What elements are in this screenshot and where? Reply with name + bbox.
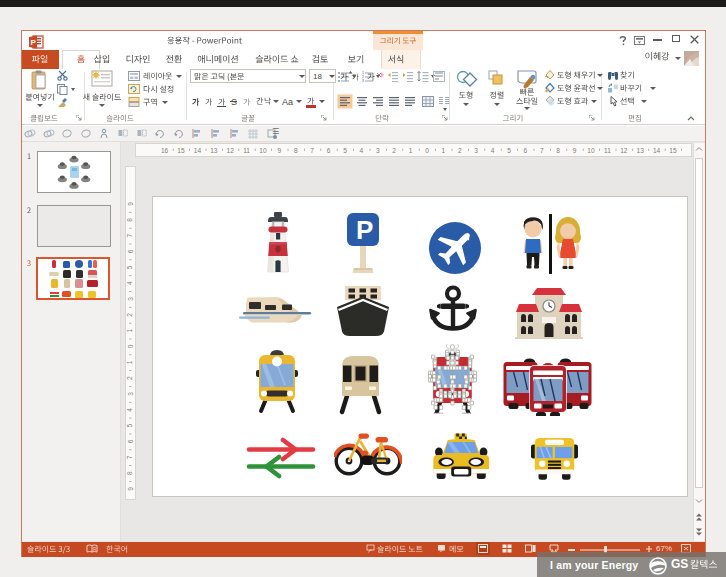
svg-text:P: P bbox=[356, 215, 373, 245]
svg-text:13: 13 bbox=[637, 147, 645, 154]
svg-text:4: 4 bbox=[127, 281, 134, 285]
svg-text:15: 15 bbox=[669, 147, 677, 154]
svg-text:16: 16 bbox=[161, 147, 169, 154]
svg-text:1: 1 bbox=[127, 329, 134, 333]
svg-text:2: 2 bbox=[127, 376, 134, 380]
svg-text:12: 12 bbox=[620, 147, 628, 154]
svg-text:6: 6 bbox=[127, 249, 134, 253]
svg-text:6: 6 bbox=[327, 147, 331, 154]
svg-text:1: 1 bbox=[127, 360, 134, 364]
svg-text:6: 6 bbox=[127, 439, 134, 443]
svg-text:14: 14 bbox=[194, 147, 202, 154]
svg-text:3: 3 bbox=[127, 392, 134, 396]
svg-text:8: 8 bbox=[294, 147, 298, 154]
svg-text:15: 15 bbox=[177, 147, 185, 154]
svg-text:7: 7 bbox=[127, 234, 134, 238]
svg-text:6: 6 bbox=[524, 147, 528, 154]
svg-text:5: 5 bbox=[127, 423, 134, 427]
svg-text:12: 12 bbox=[227, 147, 235, 154]
svg-text:3: 3 bbox=[362, 79, 364, 82]
svg-text:4: 4 bbox=[127, 408, 134, 412]
svg-text:8: 8 bbox=[127, 218, 134, 222]
svg-text:13: 13 bbox=[210, 147, 218, 154]
svg-text:4: 4 bbox=[360, 147, 364, 154]
svg-text:2: 2 bbox=[392, 147, 396, 154]
svg-text:8: 8 bbox=[127, 471, 134, 475]
svg-text:3: 3 bbox=[376, 147, 380, 154]
svg-text:14: 14 bbox=[653, 147, 661, 154]
svg-text:9: 9 bbox=[573, 147, 577, 154]
svg-text:5: 5 bbox=[343, 147, 347, 154]
svg-text:0: 0 bbox=[425, 147, 429, 154]
svg-text:2: 2 bbox=[458, 147, 462, 154]
svg-text:0: 0 bbox=[127, 344, 134, 348]
svg-text:3: 3 bbox=[474, 147, 478, 154]
svg-text:7: 7 bbox=[127, 455, 134, 459]
svg-text:10: 10 bbox=[587, 147, 595, 154]
svg-text:4: 4 bbox=[491, 147, 495, 154]
svg-text:10: 10 bbox=[259, 147, 267, 154]
svg-text:5: 5 bbox=[127, 265, 134, 269]
svg-text:8: 8 bbox=[556, 147, 560, 154]
svg-text:P: P bbox=[31, 38, 37, 47]
svg-text:1: 1 bbox=[409, 147, 413, 154]
svg-text:7: 7 bbox=[310, 147, 314, 154]
svg-text:7: 7 bbox=[540, 147, 544, 154]
svg-text:9: 9 bbox=[127, 487, 134, 491]
svg-text:9: 9 bbox=[127, 202, 134, 206]
svg-text:5: 5 bbox=[507, 147, 511, 154]
svg-text:11: 11 bbox=[604, 147, 611, 154]
svg-text:3: 3 bbox=[127, 297, 134, 301]
svg-text:9: 9 bbox=[278, 147, 282, 154]
svg-text:1: 1 bbox=[442, 147, 446, 154]
svg-text:R: R bbox=[93, 547, 97, 552]
svg-text:2: 2 bbox=[127, 313, 134, 317]
svg-text:11: 11 bbox=[243, 147, 250, 154]
